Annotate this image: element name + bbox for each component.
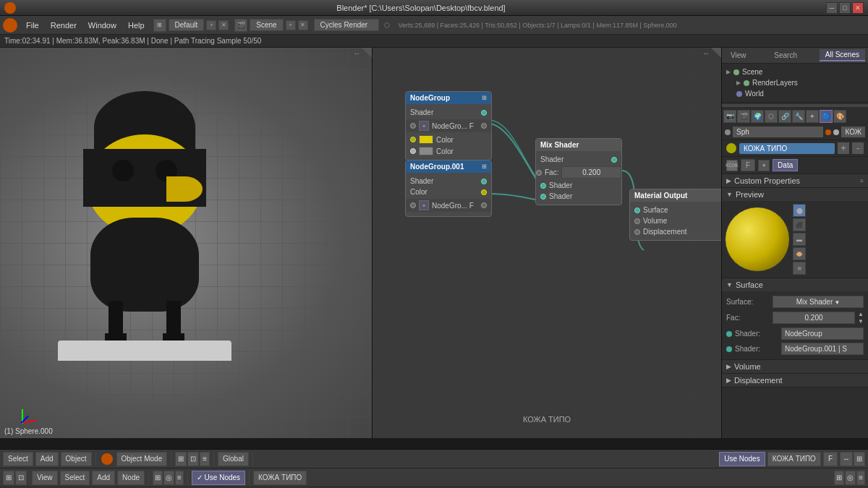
preview-header[interactable]: ▼ Preview: [722, 188, 868, 201]
surface-type-value[interactable]: Mix Shader: [773, 296, 864, 308]
displacement-header[interactable]: ▶ Displacement: [722, 374, 868, 387]
prop-icon-world[interactable]: 🌍: [751, 110, 764, 123]
shader1-value[interactable]: NodeGroup: [781, 328, 864, 340]
node-tb-select[interactable]: Select: [60, 471, 90, 485]
fac-down-arrow[interactable]: ▼: [858, 318, 864, 325]
tb-select[interactable]: Select: [3, 452, 33, 466]
node-tb-ic1[interactable]: ⊞: [153, 471, 163, 485]
prop-icon-texture[interactable]: 🎨: [833, 110, 846, 123]
tab-plus-icon[interactable]: +: [758, 160, 770, 171]
node-tb-r3[interactable]: ≡: [856, 471, 865, 485]
render-engine-selector[interactable]: Cycles Render: [314, 19, 379, 31]
node-nodegroup2-expand[interactable]: ⊞: [482, 163, 487, 170]
tab-f[interactable]: F: [741, 159, 755, 171]
node-mixshader[interactable]: Mix Shader Shader Fac: 0.200 Shader: [535, 138, 622, 205]
node-tb-ic3[interactable]: ≡: [175, 471, 184, 485]
menu-help[interactable]: Help: [122, 20, 150, 31]
fac-up-arrow[interactable]: ▲: [858, 311, 864, 317]
shader2-value[interactable]: NodeGroup.001 | S: [781, 343, 864, 355]
scene-item-scene[interactable]: ▶ Scene: [722, 67, 868, 77]
scene-selector[interactable]: Scene: [250, 19, 283, 31]
node-tb-node[interactable]: Node: [117, 471, 145, 485]
node-tb-icon2[interactable]: ⊡: [15, 471, 27, 485]
node-editor-corner-resize[interactable]: [711, 48, 721, 58]
tb-object[interactable]: Object: [61, 452, 92, 466]
node-editor[interactable]: NodeGroup ⊞ Shader + NodeGro... F: [373, 48, 722, 438]
node-tb-ic2[interactable]: ◎: [163, 471, 174, 485]
node-tb-icon1[interactable]: ⊞: [3, 471, 14, 485]
remove-scene-button[interactable]: ✕: [298, 20, 308, 30]
menu-file[interactable]: File: [20, 20, 45, 31]
node-tb-use-nodes[interactable]: ✓ Use Nodes: [192, 471, 245, 485]
prop-icon-render[interactable]: 📷: [723, 110, 736, 123]
add-screen-button[interactable]: +: [206, 20, 216, 30]
material-selector-btn[interactable]: КОЖ: [841, 127, 865, 137]
preview-cube-btn[interactable]: ⬛: [793, 218, 806, 231]
node-tb-mat-name[interactable]: КОЖА ТИПО: [253, 471, 307, 485]
maximize-button[interactable]: □: [839, 2, 851, 14]
node-tb-view[interactable]: View: [32, 471, 58, 485]
material-remove-button[interactable]: -: [852, 142, 864, 154]
surface-header[interactable]: ▼ Surface: [722, 278, 868, 291]
preview-plane-btn[interactable]: ▬: [793, 233, 806, 246]
close-button[interactable]: ✕: [852, 2, 864, 14]
menu-render[interactable]: Render: [45, 20, 82, 31]
tb-icon1[interactable]: ⊞: [175, 452, 187, 466]
preview-sphere-btn[interactable]: ⬤: [793, 204, 806, 217]
tb-mode[interactable]: Object Mode: [116, 452, 168, 466]
scene-item-world[interactable]: World: [722, 88, 868, 99]
scene-scrollbar[interactable]: [722, 104, 868, 107]
tb-r-icon2[interactable]: ⊞: [854, 452, 865, 466]
prop-icon-modifier[interactable]: 🔧: [792, 110, 805, 123]
tb-f-btn[interactable]: F: [823, 452, 838, 466]
minimize-button[interactable]: ─: [826, 2, 838, 14]
tb-icon2[interactable]: ⊡: [187, 452, 199, 466]
tab-koj[interactable]: КОЖ: [726, 160, 738, 171]
titlebar: Blender* [C:\Users\Solopan\Desktop\fbcv.…: [0, 0, 868, 16]
surface-fac-value[interactable]: 0.200: [773, 312, 855, 324]
node-tb-add[interactable]: Add: [92, 471, 115, 485]
node-nodegroup-expand[interactable]: ⊞: [482, 95, 487, 101]
prop-icon-particles[interactable]: ✦: [806, 110, 819, 123]
prop-icon-material[interactable]: 🔵: [820, 110, 833, 123]
remove-screen-button[interactable]: ✕: [218, 20, 229, 30]
preview-hair-btn[interactable]: ≋: [793, 262, 806, 275]
prop-icon-scene[interactable]: 🎬: [737, 110, 750, 123]
scene-item-renderlayers[interactable]: ▶ RenderLayers: [722, 77, 868, 88]
tab-all-scenes[interactable]: All Scenes: [820, 49, 865, 61]
custom-properties-header[interactable]: ▶ Custom Properties ≡: [722, 174, 868, 187]
material-name-button[interactable]: КОЖА ТИПО: [739, 143, 835, 154]
custom-props-menu-icon[interactable]: ≡: [860, 178, 864, 184]
preview-monkey-btn[interactable]: 🐵: [793, 247, 806, 260]
tab-view[interactable]: View: [725, 50, 752, 61]
material-add-button[interactable]: +: [838, 142, 849, 154]
mix-fac-value[interactable]: 0.200: [561, 166, 621, 179]
node-tb-r2[interactable]: ◎: [845, 471, 856, 485]
viewport-corner-resize[interactable]: [362, 48, 372, 58]
add-scene-button[interactable]: +: [286, 20, 296, 30]
tb-use-nodes[interactable]: Use Nodes: [719, 452, 765, 466]
prop-icon-constraints[interactable]: 🔗: [778, 110, 791, 123]
prop-icon-object[interactable]: ⬡: [765, 110, 778, 123]
tb-add[interactable]: Add: [35, 452, 59, 466]
tb-icon3[interactable]: ≡: [200, 452, 210, 466]
expand-icon[interactable]: ↔: [353, 49, 360, 57]
menu-window[interactable]: Window: [82, 20, 122, 31]
node-nodegroup[interactable]: NodeGroup ⊞ Shader + NodeGro... F: [405, 91, 492, 160]
tab-data[interactable]: Data: [773, 159, 798, 171]
tb-material-name[interactable]: КОЖА ТИПО: [767, 452, 821, 466]
node-expand-icon[interactable]: ↔: [702, 49, 710, 57]
node-nodegroup2-title: NodeGroup.001: [410, 163, 464, 171]
viewport-3d[interactable]: (1) Sphere.000 ↔: [0, 48, 373, 438]
tab-search[interactable]: Search: [768, 50, 803, 61]
node-tb-r1[interactable]: ⊞: [834, 471, 844, 485]
app-icon: [4, 2, 16, 14]
object-selector[interactable]: Sph: [733, 127, 823, 137]
tb-r-icon1[interactable]: ↔: [840, 452, 853, 466]
volume-header[interactable]: ▶ Volume: [722, 360, 868, 373]
node-nodegroup2[interactable]: NodeGroup.001 ⊞ Shader Color +: [405, 160, 492, 217]
shader2-dot: [726, 346, 732, 352]
workspace-selector[interactable]: Default: [169, 19, 205, 31]
node-matoutput[interactable]: Material Output Surface Volume Displacem…: [629, 189, 721, 241]
tb-global[interactable]: Global: [218, 452, 249, 466]
